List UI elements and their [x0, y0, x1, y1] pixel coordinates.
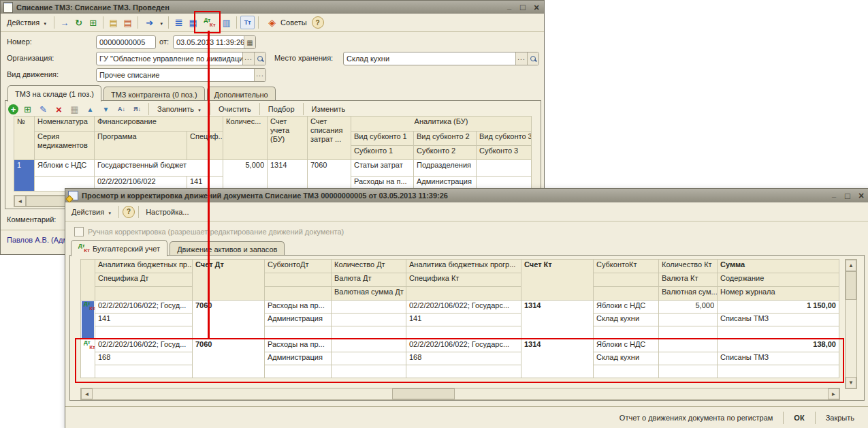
organization-select-button[interactable] — [242, 52, 254, 65]
grid-cell[interactable]: Яблоки с НДС — [594, 339, 659, 352]
grid-cell[interactable]: 138,00 — [718, 339, 839, 352]
grid-cell[interactable] — [332, 339, 406, 352]
grid-cell[interactable]: 1 150,00 — [718, 301, 839, 314]
grid-cell[interactable]: 7060 — [193, 339, 265, 378]
movement-kind-input[interactable]: Прочее списание — [96, 68, 266, 82]
close-icon[interactable] — [856, 192, 866, 200]
move-up-icon[interactable] — [84, 103, 97, 115]
grid-cell[interactable]: Подразделения — [414, 160, 477, 177]
grid-cell[interactable] — [406, 365, 521, 378]
grid-cell[interactable] — [659, 314, 718, 326]
movement-select-button[interactable] — [254, 69, 266, 81]
tab-additional[interactable]: Дополнительно — [207, 87, 276, 102]
horizontal-scrollbar[interactable]: ◄ ► — [80, 388, 840, 400]
organization-open-button[interactable] — [254, 52, 266, 65]
clear-button[interactable]: Очистить — [215, 104, 255, 114]
number-input[interactable]: 00000000005 — [96, 35, 156, 49]
grid-cell[interactable] — [659, 352, 718, 365]
posting-row-icon-cell[interactable]: ДтКт — [81, 339, 95, 378]
tab-tmz-counterparty[interactable]: ТМЗ контрагента (0 поз.) — [103, 87, 205, 102]
grid-cell[interactable] — [718, 326, 839, 339]
move-down-icon[interactable] — [99, 103, 112, 115]
grid-cell[interactable]: 168 — [95, 352, 193, 365]
close-icon[interactable] — [532, 3, 541, 12]
scrollbar-thumb[interactable] — [846, 271, 856, 300]
grid-cell[interactable] — [477, 160, 532, 177]
posting-row-icon-cell[interactable]: ДтКт — [81, 301, 95, 339]
vertical-scrollbar[interactable]: ▲ ▼ — [845, 259, 857, 389]
edit-row-icon[interactable] — [37, 103, 50, 115]
grid-cell[interactable]: 141 — [406, 314, 521, 326]
go-to-document-icon[interactable] — [58, 16, 71, 29]
scroll-left-button[interactable]: ◄ — [14, 196, 26, 207]
grid-cell[interactable]: 1314 — [521, 339, 594, 378]
add-row-icon[interactable] — [8, 104, 18, 114]
grid-cell[interactable]: 02/2/202/106/022; Госуд... — [95, 339, 193, 352]
grid-cell[interactable]: 02/2/202/106/022; Госуд... — [95, 301, 193, 314]
grid-cell[interactable] — [265, 365, 332, 378]
grid-cell[interactable]: Государственный бюджет — [95, 160, 223, 177]
grid-cell[interactable] — [594, 365, 659, 378]
scroll-down-button[interactable]: ▼ — [846, 377, 856, 388]
ok-button[interactable]: ОК — [788, 412, 810, 424]
copy-document-icon[interactable] — [86, 16, 99, 29]
grid-cell[interactable]: 5,000 — [659, 301, 718, 314]
grid-cell[interactable]: Яблоки с НДС — [35, 160, 95, 177]
tips-button[interactable]: Советы — [262, 15, 310, 30]
grid-cell[interactable]: Расходы на пр... — [265, 301, 332, 314]
change-button[interactable]: Изменить — [308, 104, 349, 114]
help-button[interactable]: ? — [123, 206, 135, 218]
grid-cell[interactable]: Списаны ТМЗ — [718, 352, 839, 365]
fill-menu-button[interactable]: Заполнить — [154, 104, 205, 114]
calendar-button[interactable] — [244, 36, 255, 48]
grid-cell[interactable] — [406, 326, 521, 339]
close-button[interactable]: Закрыть — [820, 412, 861, 424]
scroll-left-button[interactable]: ◄ — [81, 388, 93, 399]
grid-cell[interactable]: 7060 — [193, 301, 265, 339]
maximize-icon[interactable] — [518, 3, 528, 12]
sort-asc-icon[interactable] — [115, 103, 128, 115]
print-menu-button[interactable] — [142, 15, 165, 30]
grid-cell[interactable]: 7060 — [308, 160, 351, 192]
delete-row-icon[interactable] — [52, 103, 65, 115]
grid-cell[interactable]: Склад кухни — [594, 352, 659, 365]
storage-open-button[interactable] — [527, 52, 539, 65]
grid-cell[interactable] — [332, 314, 406, 326]
date-input[interactable]: 03.05.2013 11:39:26 — [173, 35, 256, 49]
minimize-icon[interactable] — [504, 3, 514, 12]
grid-cell[interactable] — [594, 326, 659, 339]
journal-icon[interactable] — [220, 16, 233, 29]
list-settings-icon[interactable] — [187, 16, 199, 29]
grid-cell[interactable] — [265, 326, 332, 339]
grid-cell[interactable]: 168 — [406, 352, 521, 365]
organization-input[interactable]: ГУ "Областное управление по ликвидации Ч — [96, 52, 266, 65]
grid-cell[interactable] — [332, 301, 406, 314]
grid-cell[interactable] — [332, 326, 406, 339]
structure-icon[interactable] — [172, 16, 185, 29]
grid-cell[interactable]: 141 — [95, 314, 193, 326]
scroll-right-button[interactable]: ► — [828, 388, 839, 399]
help-button[interactable]: ? — [312, 16, 324, 29]
tab-accounting[interactable]: ДтКт Бухгалтерский учет — [71, 240, 167, 256]
post-document-icon[interactable] — [107, 16, 120, 29]
grid-cell[interactable] — [659, 339, 718, 352]
scrollbar-thumb[interactable] — [392, 388, 455, 399]
grid-cell[interactable]: Администрация — [265, 314, 332, 326]
copy-row-icon[interactable] — [21, 103, 34, 115]
grid-cell[interactable]: Списаны ТМЗ — [718, 314, 839, 326]
row-number-cell[interactable]: 1 — [14, 160, 35, 192]
actions-menu-button[interactable]: Действия — [3, 17, 50, 28]
sort-desc-icon[interactable] — [131, 103, 144, 115]
grid-cell[interactable]: 1314 — [268, 160, 308, 192]
win2-titlebar[interactable]: Просмотр и корректировка движений докуме… — [65, 189, 868, 202]
settings-button[interactable]: Настройка... — [142, 207, 192, 217]
manual-edit-checkbox[interactable] — [74, 227, 84, 236]
save-order-icon[interactable] — [68, 103, 81, 115]
grid-cell[interactable]: 02/2/202/106/022; Государс... — [406, 339, 521, 352]
grid-cell[interactable] — [718, 365, 839, 378]
grid-cell[interactable]: Администрация — [265, 352, 332, 365]
storage-input[interactable]: Склад кухни — [343, 52, 539, 65]
actions-menu-button[interactable]: Действия — [68, 207, 115, 217]
grid-cell[interactable] — [659, 365, 718, 378]
grid-cell[interactable] — [95, 326, 193, 339]
